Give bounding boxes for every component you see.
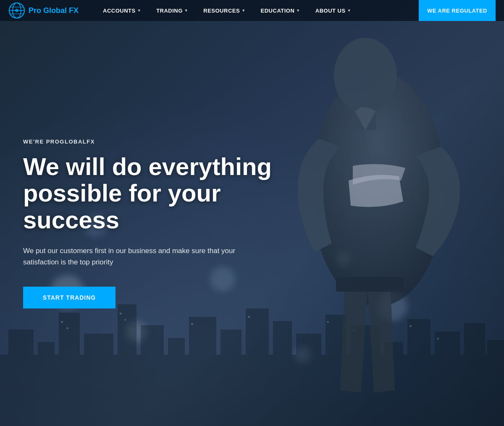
logo-container[interactable]: Pro Global FX: [8, 2, 79, 19]
logo-icon: [8, 2, 25, 19]
logo-text: Pro Global FX: [29, 6, 79, 15]
hero-tagline: WE'RE PROGLOBALFX: [23, 139, 504, 145]
nav-education[interactable]: EDUCATION ▼: [253, 0, 308, 21]
start-trading-label: START TRADING: [43, 294, 96, 301]
nav-education-label: EDUCATION: [261, 8, 295, 14]
about-dropdown-arrow: ▼: [347, 8, 351, 13]
hero-heading: We will do everything possible for your …: [23, 153, 317, 233]
start-trading-button[interactable]: START TRADING: [23, 287, 116, 308]
resources-dropdown-arrow: ▼: [242, 8, 245, 13]
svg-point-39: [15, 9, 18, 12]
nav-links: ACCOUNTS ▼ TRADING ▼ RESOURCES ▼ EDUCATI…: [95, 0, 496, 21]
hero-subtext: We put our customers first in our busine…: [23, 245, 250, 268]
nav-accounts-label: ACCOUNTS: [103, 8, 136, 14]
nav-about-label: ABOUT US: [315, 8, 346, 14]
nav-trading[interactable]: TRADING ▼: [149, 0, 196, 21]
nav-regulated-cta[interactable]: WE ARE REGULATED: [419, 0, 496, 21]
education-dropdown-arrow: ▼: [296, 8, 300, 13]
nav-about[interactable]: ABOUT US ▼: [308, 0, 359, 21]
logo-name-part2: FX: [67, 6, 79, 15]
nav-cta-label: WE ARE REGULATED: [427, 8, 487, 14]
accounts-dropdown-arrow: ▼: [137, 8, 141, 13]
hero-heading-line2: possible for your success: [23, 179, 221, 233]
hero-heading-line1: We will do everything: [23, 153, 272, 180]
navbar: Pro Global FX ACCOUNTS ▼ TRADING ▼ RESOU…: [0, 0, 504, 21]
nav-trading-label: TRADING: [156, 8, 183, 14]
nav-resources-label: RESOURCES: [203, 8, 240, 14]
nav-accounts[interactable]: ACCOUNTS ▼: [95, 0, 149, 21]
logo-name-part1: Pro Global: [29, 6, 67, 15]
trading-dropdown-arrow: ▼: [184, 8, 188, 13]
nav-resources[interactable]: RESOURCES ▼: [196, 0, 253, 21]
hero-section: WE'RE PROGLOBALFX We will do everything …: [0, 21, 504, 426]
